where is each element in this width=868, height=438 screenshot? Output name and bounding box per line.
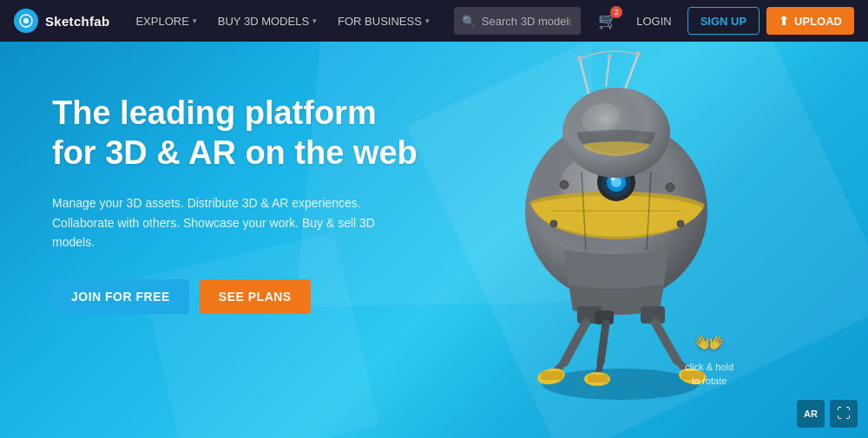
hero-content: The leading platformfor 3D & AR on the w… <box>52 94 418 314</box>
upload-button[interactable]: ⬆ UPLOAD <box>766 7 854 35</box>
svg-line-3 <box>580 59 589 94</box>
fullscreen-button[interactable]: ⛶ <box>830 400 858 428</box>
nav-logo[interactable]: Sketchfab <box>14 9 109 33</box>
hero-buttons: JOIN FOR FREE SEE PLANS <box>52 279 418 314</box>
rotate-hint-text: click & hold to rotate <box>685 361 733 388</box>
hero-section: The leading platformfor 3D & AR on the w… <box>0 42 868 438</box>
see-plans-button[interactable]: SEE PLANS <box>200 279 311 314</box>
svg-point-1 <box>23 18 29 23</box>
upload-icon: ⬆ <box>779 14 789 28</box>
chevron-down-icon: ▾ <box>312 16 317 25</box>
nav-logo-text: Sketchfab <box>45 14 109 29</box>
nav-buy-3d-models[interactable]: BUY 3D MODELS ▾ <box>207 0 327 42</box>
nav-links: EXPLORE ▾ BUY 3D MODELS ▾ FOR BUSINESS ▾ <box>125 0 439 42</box>
rotate-hint: 👐 click & hold to rotate <box>685 329 733 388</box>
bottom-icons: AR ⛶ <box>797 400 858 428</box>
nav-explore[interactable]: EXPLORE ▾ <box>125 0 207 42</box>
svg-rect-38 <box>588 375 608 382</box>
chevron-down-icon: ▾ <box>425 16 430 25</box>
sketchfab-logo-icon <box>14 9 38 33</box>
hero-title: The leading platformfor 3D & AR on the w… <box>52 94 418 173</box>
join-free-button[interactable]: JOIN FOR FREE <box>52 279 189 314</box>
cart-icon[interactable]: 🛒 2 <box>595 8 621 34</box>
hand-drag-icon: 👐 <box>694 329 725 357</box>
svg-line-5 <box>625 55 638 89</box>
ar-button[interactable]: AR <box>797 400 825 428</box>
svg-point-18 <box>677 220 684 227</box>
hero-subtitle: Manage your 3D assets. Distribute 3D & A… <box>52 193 418 252</box>
cart-badge: 2 <box>610 6 622 18</box>
svg-line-7 <box>606 57 609 87</box>
svg-line-31 <box>655 323 677 361</box>
navbar: Sketchfab EXPLORE ▾ BUY 3D MODELS ▾ FOR … <box>0 0 868 42</box>
search-bar: 🔍 <box>454 7 581 35</box>
svg-line-27 <box>564 323 586 363</box>
nav-for-business[interactable]: FOR BUSINESS ▾ <box>327 0 440 42</box>
nav-right: 🛒 2 LOGIN SIGN UP ⬆ UPLOAD <box>595 7 854 35</box>
signup-button[interactable]: SIGN UP <box>687 7 760 35</box>
chevron-down-icon: ▾ <box>193 16 197 25</box>
svg-rect-30 <box>541 371 563 380</box>
svg-point-8 <box>608 55 612 59</box>
svg-point-15 <box>560 180 569 189</box>
search-icon: 🔍 <box>462 15 476 28</box>
login-button[interactable]: LOGIN <box>628 7 680 35</box>
svg-point-16 <box>666 183 674 192</box>
svg-point-17 <box>550 220 557 227</box>
svg-point-2 <box>542 369 699 400</box>
svg-line-35 <box>601 324 606 363</box>
